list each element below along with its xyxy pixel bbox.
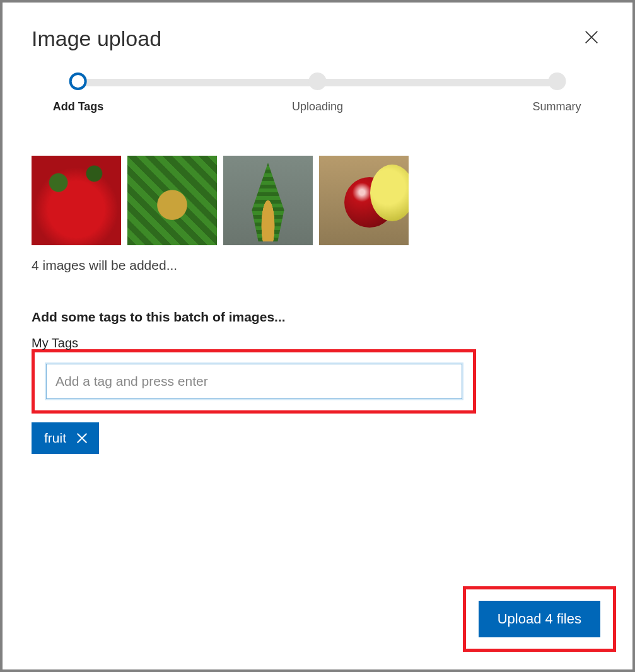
highlight-upload-button: Upload 4 files: [463, 586, 616, 652]
step-label: Add Tags: [53, 100, 104, 113]
upload-button[interactable]: Upload 4 files: [479, 601, 600, 637]
highlight-tag-input: [32, 349, 476, 414]
close-button[interactable]: [580, 26, 603, 50]
tag-input[interactable]: [46, 364, 462, 399]
tag-chip[interactable]: fruit: [32, 422, 99, 454]
step-dot-icon: [309, 72, 327, 90]
remove-tag-icon[interactable]: [75, 431, 89, 445]
my-tags-label: My Tags: [32, 336, 603, 350]
step-dot-icon: [69, 72, 87, 90]
dialog-title: Image upload: [32, 26, 161, 51]
tag-chip-label: fruit: [44, 431, 66, 446]
step-dot-icon: [548, 72, 566, 90]
image-upload-dialog: Image upload Add Tags Uploading Summary: [3, 3, 632, 669]
step-label: Uploading: [292, 100, 343, 113]
thumbnail-image[interactable]: [127, 156, 217, 245]
progress-stepper: Add Tags Uploading Summary: [69, 72, 566, 117]
thumbnail-image[interactable]: [32, 156, 121, 245]
step-add-tags: Add Tags: [53, 72, 104, 113]
close-icon: [583, 28, 600, 49]
step-uploading: Uploading: [292, 72, 343, 113]
thumbnail-image[interactable]: [319, 156, 409, 245]
step-label: Summary: [532, 100, 581, 113]
thumbnail-row: [32, 156, 603, 245]
added-count-text: 4 images will be added...: [32, 258, 603, 273]
tags-heading: Add some tags to this batch of images...: [32, 310, 603, 325]
step-summary: Summary: [532, 72, 581, 113]
thumbnail-image[interactable]: [223, 156, 313, 245]
